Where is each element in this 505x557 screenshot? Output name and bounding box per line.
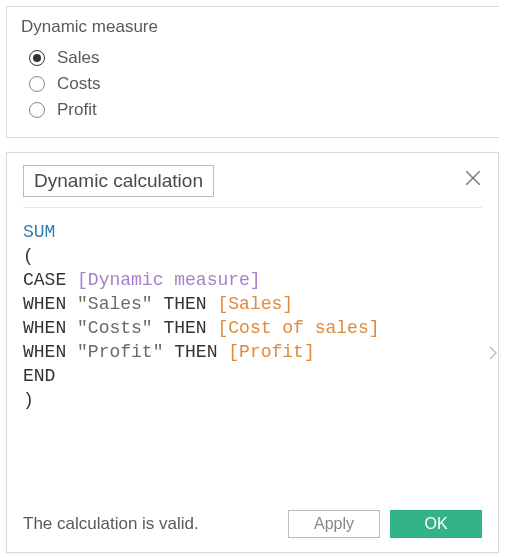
formula-editor[interactable]: SUM ( CASE [Dynamic measure] WHEN "Sales…: [7, 208, 498, 500]
close-icon[interactable]: [464, 169, 482, 187]
radio-label: Sales: [57, 48, 100, 68]
radio-option[interactable]: Profit: [29, 97, 485, 123]
radio-label: Costs: [57, 74, 100, 94]
radio-option[interactable]: Costs: [29, 71, 485, 97]
radio-icon: [29, 76, 45, 92]
status-text: The calculation is valid.: [23, 514, 278, 534]
radio-option[interactable]: Sales: [29, 45, 485, 71]
calc-header: Dynamic calculation: [7, 153, 498, 207]
calc-name-input[interactable]: Dynamic calculation: [23, 165, 214, 197]
apply-button[interactable]: Apply: [288, 510, 380, 538]
expand-arrow-icon[interactable]: [487, 340, 499, 366]
parameter-title: Dynamic measure: [21, 17, 485, 37]
ok-button[interactable]: OK: [390, 510, 482, 538]
calc-footer: The calculation is valid. Apply OK: [7, 500, 498, 552]
radio-label: Profit: [57, 100, 97, 120]
calculation-editor: Dynamic calculation SUM ( CASE [Dynamic …: [6, 152, 499, 553]
parameter-radio-group: SalesCostsProfit: [21, 45, 485, 123]
radio-icon: [29, 50, 45, 66]
radio-icon: [29, 102, 45, 118]
parameter-panel: Dynamic measure SalesCostsProfit: [6, 6, 499, 138]
